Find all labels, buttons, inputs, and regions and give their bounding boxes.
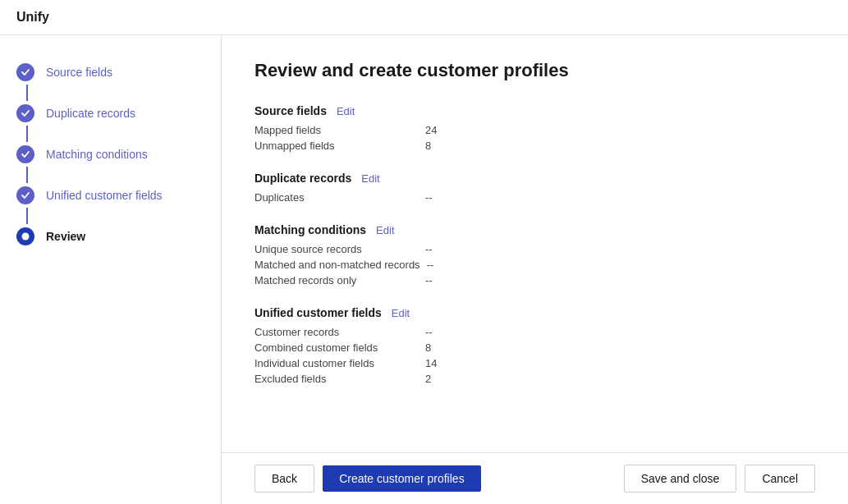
- sidebar-item-source-fields[interactable]: Source fields: [0, 52, 221, 93]
- step-circle-matching-conditions: [16, 145, 34, 163]
- sidebar-item-review[interactable]: Review: [0, 216, 221, 257]
- field-value: --: [425, 191, 433, 204]
- field-label: Customer records: [254, 326, 419, 338]
- field-row: Unmapped fields8: [254, 138, 815, 153]
- field-row: Excluded fields2: [254, 371, 815, 387]
- section-header-duplicate-records: Duplicate recordsEdit: [254, 172, 815, 185]
- sidebar-item-matching-conditions[interactable]: Matching conditions: [0, 134, 221, 175]
- edit-link-source-fields[interactable]: Edit: [337, 105, 355, 117]
- create-customer-profiles-button[interactable]: Create customer profiles: [323, 465, 481, 492]
- field-row: Customer records--: [254, 324, 815, 340]
- field-value: --: [425, 274, 433, 286]
- step-circle-review: [16, 227, 34, 245]
- section-unified-customer-fields: Unified customer fieldsEditCustomer reco…: [254, 306, 815, 387]
- field-value: --: [427, 259, 434, 271]
- sidebar-item-unified-customer-fields[interactable]: Unified customer fields: [0, 175, 221, 216]
- field-label: Matched and non-matched records: [254, 259, 420, 271]
- section-header-matching-conditions: Matching conditionsEdit: [254, 223, 815, 236]
- step-circle-unified-customer-fields: [16, 186, 34, 204]
- cancel-button[interactable]: Cancel: [745, 465, 815, 493]
- step-circle-source-fields: [16, 63, 34, 81]
- field-label: Unmapped fields: [254, 140, 419, 152]
- sidebar-label-duplicate-records: Duplicate records: [46, 107, 135, 120]
- field-row: Matched records only--: [254, 273, 815, 288]
- field-row: Unique source records--: [254, 241, 815, 257]
- edit-link-matching-conditions[interactable]: Edit: [376, 224, 394, 236]
- field-row: Individual customer fields14: [254, 355, 815, 371]
- field-label: Duplicates: [254, 191, 419, 204]
- edit-link-unified-customer-fields[interactable]: Edit: [392, 307, 410, 319]
- field-value: 2: [425, 373, 431, 385]
- main-layout: Source fields Duplicate records Matching…: [0, 35, 848, 504]
- footer: Back Create customer profiles Save and c…: [222, 452, 848, 504]
- field-value: --: [425, 326, 433, 338]
- back-button[interactable]: Back: [254, 465, 314, 493]
- sidebar-label-matching-conditions: Matching conditions: [46, 148, 148, 161]
- field-row: Matched and non-matched records--: [254, 257, 815, 273]
- field-row: Combined customer fields8: [254, 340, 815, 355]
- field-label: Mapped fields: [254, 124, 419, 136]
- content-body: Review and create customer profiles Sour…: [222, 35, 848, 452]
- section-header-source-fields: Source fieldsEdit: [254, 104, 815, 117]
- step-circle-duplicate-records: [16, 104, 34, 122]
- svg-point-0: [22, 233, 30, 241]
- field-value: --: [425, 243, 433, 255]
- field-label: Combined customer fields: [254, 341, 419, 354]
- sidebar-item-duplicate-records[interactable]: Duplicate records: [0, 93, 221, 134]
- sidebar-label-unified-customer-fields: Unified customer fields: [46, 189, 163, 202]
- page-title: Review and create customer profiles: [254, 60, 815, 81]
- section-title-matching-conditions: Matching conditions: [254, 223, 366, 236]
- field-value: 14: [425, 357, 437, 369]
- field-row: Duplicates--: [254, 190, 815, 205]
- sidebar-label-source-fields: Source fields: [46, 66, 112, 79]
- section-matching-conditions: Matching conditionsEditUnique source rec…: [254, 223, 815, 288]
- field-label: Unique source records: [254, 243, 419, 255]
- section-source-fields: Source fieldsEditMapped fields24Unmapped…: [254, 104, 815, 153]
- section-title-unified-customer-fields: Unified customer fields: [254, 306, 382, 319]
- section-header-unified-customer-fields: Unified customer fieldsEdit: [254, 306, 815, 319]
- app-title: Unify: [16, 10, 49, 25]
- field-label: Individual customer fields: [254, 357, 419, 369]
- edit-link-duplicate-records[interactable]: Edit: [361, 172, 379, 185]
- field-row: Mapped fields24: [254, 122, 815, 138]
- content-area: Review and create customer profiles Sour…: [222, 35, 848, 504]
- field-value: 8: [425, 140, 431, 152]
- save-and-close-button[interactable]: Save and close: [624, 465, 737, 493]
- field-label: Excluded fields: [254, 373, 419, 385]
- field-label: Matched records only: [254, 274, 419, 286]
- app-header: Unify: [0, 0, 848, 35]
- sidebar-label-review: Review: [46, 230, 85, 243]
- section-duplicate-records: Duplicate recordsEditDuplicates--: [254, 172, 815, 205]
- section-title-duplicate-records: Duplicate records: [254, 172, 351, 185]
- sidebar: Source fields Duplicate records Matching…: [0, 35, 222, 504]
- section-title-source-fields: Source fields: [254, 104, 327, 117]
- field-value: 8: [425, 341, 431, 354]
- field-value: 24: [425, 124, 437, 136]
